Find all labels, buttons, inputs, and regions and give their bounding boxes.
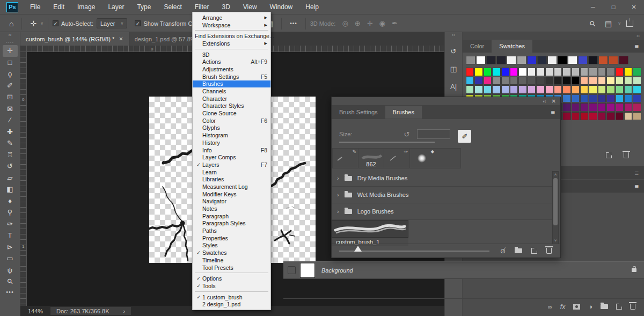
- window-menu-item-layer-comps[interactable]: Layer Comps: [193, 153, 270, 161]
- recent-swatch-7[interactable]: [537, 56, 547, 64]
- panel-collapse-icon[interactable]: ‹‹: [543, 99, 546, 104]
- swatch-4-14[interactable]: [589, 103, 597, 112]
- swatch-5-17[interactable]: [616, 112, 624, 121]
- toolbar-more-icon[interactable]: •••: [6, 289, 14, 295]
- new-group-icon[interactable]: [601, 304, 608, 309]
- recent-swatch-8[interactable]: [547, 56, 557, 64]
- menubar-item-file[interactable]: File: [24, 0, 47, 14]
- dock-expand-icon[interactable]: ››: [636, 33, 640, 39]
- tool-rectangle[interactable]: ▭: [3, 253, 18, 264]
- tool-healing-brush[interactable]: ✚: [3, 126, 18, 138]
- window-menu-item-glyphs[interactable]: Glyphs: [193, 124, 270, 132]
- window-menu-item-2-design-1-psd[interactable]: 2 design_1.psd: [193, 300, 270, 308]
- swatch-1-11[interactable]: [562, 77, 570, 85]
- swatch-2-12[interactable]: [572, 85, 580, 94]
- swatch-5-18[interactable]: [624, 112, 632, 121]
- layer-name[interactable]: Background: [321, 267, 632, 274]
- auto-select-target-dropdown[interactable]: Layer ∨: [97, 18, 127, 28]
- window-menu-item-find-extensions-on-exchange-[interactable]: Find Extensions on Exchange...: [193, 32, 270, 40]
- swatch-0-5[interactable]: [510, 68, 518, 76]
- 3d-mode-icon-0[interactable]: ◎: [342, 19, 348, 27]
- menubar-item-image[interactable]: Image: [71, 0, 101, 14]
- swatch-5-19[interactable]: [633, 112, 641, 121]
- window-menu-item-extensions[interactable]: Extensions▶: [193, 40, 270, 47]
- twirl-icon[interactable]: ›: [337, 175, 339, 181]
- swatch-0-14[interactable]: [589, 68, 597, 76]
- vertical-ruler[interactable]: 0 1: [20, 52, 27, 306]
- slider-thumb[interactable]: [354, 246, 362, 252]
- more-options-icon[interactable]: •••: [286, 20, 301, 26]
- swatch-0-3[interactable]: [492, 68, 500, 76]
- scroll-up-icon[interactable]: ˄: [553, 172, 558, 177]
- window-menu-item-swatches[interactable]: ✓Swatches: [193, 249, 270, 256]
- recent-brush-soft-round[interactable]: ◆: [410, 149, 436, 168]
- swatch-0-0[interactable]: [466, 68, 474, 76]
- window-menu-item-history[interactable]: History: [193, 139, 270, 146]
- swatch-0-13[interactable]: [580, 68, 588, 76]
- brush-list-scrollbar[interactable]: ˄ ˅: [552, 171, 559, 244]
- tool-zoom[interactable]: ⚲: [3, 276, 18, 288]
- swatch-2-9[interactable]: [545, 85, 553, 94]
- thumbnail-size-slider[interactable]: [339, 251, 489, 252]
- swatch-1-13[interactable]: [580, 77, 588, 85]
- scrollbar-thumb[interactable]: [553, 178, 558, 225]
- ruler-origin-box[interactable]: [20, 46, 27, 52]
- tool-frame[interactable]: ⊠: [3, 103, 18, 115]
- reset-size-icon[interactable]: ↺: [404, 130, 409, 138]
- search-icon[interactable]: ⚲: [586, 19, 599, 28]
- tool-quick-selection[interactable]: ✐: [3, 80, 18, 92]
- scroll-down-icon[interactable]: ˅: [553, 238, 558, 243]
- recent-swatch-13[interactable]: [598, 56, 608, 64]
- swatch-0-11[interactable]: [562, 68, 570, 76]
- swatch-2-4[interactable]: [501, 85, 509, 94]
- window-menu-item-adjustments[interactable]: Adjustments: [193, 65, 270, 73]
- swatch-4-15[interactable]: [598, 103, 606, 112]
- recent-swatch-11[interactable]: [578, 56, 588, 64]
- swatch-2-15[interactable]: [598, 85, 606, 94]
- tab-swatches[interactable]: Swatches: [492, 40, 532, 53]
- swatch-1-6[interactable]: [518, 77, 526, 85]
- panel-menu-icon[interactable]: ≡: [634, 42, 644, 50]
- swatch-0-19[interactable]: [633, 68, 641, 76]
- swatch-0-10[interactable]: [554, 68, 562, 76]
- brush-preview-toggle-button[interactable]: ✐: [458, 130, 471, 143]
- tool-brush[interactable]: ✎: [3, 137, 18, 149]
- layer-style-icon[interactable]: fx: [560, 303, 565, 311]
- window-menu-item-tools[interactable]: ✓Tools: [193, 282, 270, 290]
- delete-swatch-icon[interactable]: [624, 152, 629, 158]
- swatch-1-5[interactable]: [510, 77, 518, 85]
- tool-eraser[interactable]: ▱: [3, 172, 18, 184]
- window-menu-item-info[interactable]: InfoF8: [193, 146, 270, 154]
- swatch-1-17[interactable]: [616, 77, 624, 85]
- tool-type[interactable]: T: [3, 230, 18, 241]
- tool-clone-stamp[interactable]: ♖: [3, 149, 18, 161]
- window-menu-item-3d[interactable]: 3D: [193, 51, 270, 58]
- swatch-5-12[interactable]: [572, 112, 580, 121]
- swatch-2-11[interactable]: [562, 85, 570, 94]
- window-menu-item-navigator[interactable]: Navigator: [193, 198, 270, 205]
- swatch-0-2[interactable]: [484, 68, 492, 76]
- tool-rectangular-marquee[interactable]: □: [3, 57, 18, 69]
- recent-swatch-15[interactable]: [619, 56, 628, 64]
- maximize-button[interactable]: □: [603, 0, 624, 14]
- recent-swatch-3[interactable]: [496, 56, 506, 64]
- swatch-3-16[interactable]: [606, 94, 614, 103]
- toolbar-expand-icon[interactable]: ››: [9, 32, 12, 40]
- tab-brushes[interactable]: Brushes: [385, 106, 422, 119]
- window-menu-item-workspace[interactable]: Workspace▶: [193, 21, 270, 29]
- swatch-1-2[interactable]: [484, 77, 492, 85]
- new-layer-icon[interactable]: [616, 304, 622, 310]
- swatch-4-16[interactable]: [606, 103, 614, 112]
- swatch-1-18[interactable]: [624, 77, 632, 85]
- zoom-level-field[interactable]: 144%: [20, 308, 50, 314]
- panel-close-icon[interactable]: ✕: [552, 98, 556, 104]
- swatch-2-17[interactable]: [616, 85, 624, 94]
- tool-history-brush[interactable]: ↺: [3, 160, 18, 172]
- workspace-chevron-icon[interactable]: ∨: [618, 21, 621, 26]
- window-menu-item-histogram[interactable]: Histogram: [193, 131, 270, 139]
- swatch-1-19[interactable]: [633, 77, 641, 85]
- new-brush-icon[interactable]: [531, 248, 537, 254]
- close-button[interactable]: ✕: [624, 0, 644, 14]
- window-menu-item-properties[interactable]: Properties: [193, 234, 270, 242]
- layer-thumbnail[interactable]: [300, 263, 315, 278]
